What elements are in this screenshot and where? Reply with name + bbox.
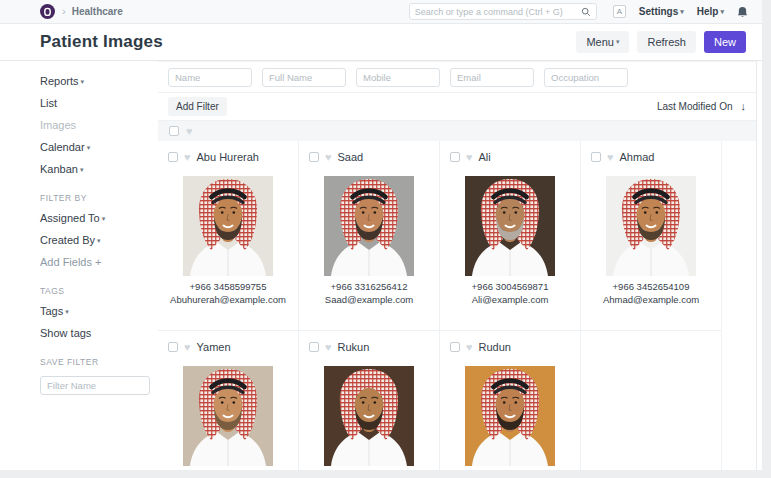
sidebar-view-reports[interactable]: Reports▾	[40, 75, 152, 87]
chevron-down-icon: ▾	[65, 308, 69, 315]
patient-phone: +966 3004569871	[450, 281, 570, 294]
patient-email: Abuhurerah@example.com	[168, 294, 288, 307]
patient-checkbox[interactable]	[309, 152, 319, 162]
sort-field-label[interactable]: Last Modified On	[657, 101, 733, 112]
filter-input-occupation[interactable]	[544, 68, 628, 87]
patient-photo	[606, 176, 696, 276]
add-filter-button[interactable]: Add Filter	[168, 97, 227, 116]
patient-card-header: ♥ Rukun	[309, 338, 429, 356]
sidebar-views: Reports▾ListImagesCalendar▾Kanban▾	[40, 75, 152, 175]
sidebar-show-tags[interactable]: Show tags	[40, 327, 152, 339]
like-heart-icon[interactable]: ♥	[184, 152, 191, 163]
patient-name[interactable]: Yamen	[197, 341, 231, 353]
like-heart-icon[interactable]: ♥	[325, 342, 332, 353]
like-filter-heart-icon[interactable]: ♥	[186, 126, 193, 137]
patient-photo	[465, 366, 555, 466]
patient-card-header: ♥ Abu Hurerah	[168, 148, 288, 166]
empty-grid-cell	[581, 331, 722, 470]
patient-photo	[183, 176, 273, 276]
help-menu[interactable]: Help▾	[697, 6, 724, 17]
patient-name[interactable]: Rudun	[479, 341, 511, 353]
page-title: Patient Images	[40, 32, 163, 52]
patient-phone: +966 3452654109	[591, 281, 711, 294]
patient-card[interactable]: ♥ Rukun	[299, 331, 440, 470]
chevron-down-icon: ▾	[80, 166, 84, 173]
chevron-down-icon: ▾	[102, 215, 106, 222]
filter-input-email[interactable]	[450, 68, 534, 87]
sort-direction-icon[interactable]: ↓	[741, 101, 747, 112]
patient-checkbox[interactable]	[450, 152, 460, 162]
patient-card-header: ♥ Yamen	[168, 338, 288, 356]
patient-name[interactable]: Ali	[479, 151, 491, 163]
patient-photo	[183, 366, 273, 466]
card-grid: ♥ Abu Hurerah +966 3458599755 Abuhurerah…	[158, 141, 756, 470]
patient-email: Ali@example.com	[450, 294, 570, 307]
header-actions: Menu▾ Refresh New	[576, 31, 746, 53]
search-icon	[581, 7, 591, 17]
sidebar-view-kanban[interactable]: Kanban▾	[40, 163, 152, 175]
filter-fields	[158, 62, 756, 93]
patient-checkbox[interactable]	[168, 342, 178, 352]
search-input[interactable]	[415, 7, 581, 17]
user-avatar[interactable]: A	[613, 5, 626, 18]
save-filter-label: SAVE FILTER	[40, 357, 152, 367]
patient-card-header: ♥ Rudun	[450, 338, 570, 356]
breadcrumb[interactable]: Healthcare	[72, 6, 123, 17]
patient-card[interactable]: ♥ Abu Hurerah +966 3458599755 Abuhurerah…	[158, 141, 299, 331]
filter-actions-row: Add Filter Last Modified On ↓	[158, 93, 756, 121]
filter-input-name[interactable]	[168, 68, 252, 87]
chevron-down-icon: ▾	[97, 237, 101, 244]
list-panel: Add Filter Last Modified On ↓ ♥ ♥ Abu Hu…	[158, 61, 757, 470]
select-all-checkbox[interactable]	[169, 126, 179, 136]
patient-name[interactable]: Ahmad	[620, 151, 655, 163]
sidebar-view-list[interactable]: List	[40, 97, 152, 109]
patient-checkbox[interactable]	[450, 342, 460, 352]
patient-phone: +966 3316256412	[309, 281, 429, 294]
patient-name[interactable]: Saad	[338, 151, 364, 163]
new-button[interactable]: New	[704, 31, 746, 53]
sidebar-view-calendar[interactable]: Calendar▾	[40, 141, 152, 153]
menu-button[interactable]: Menu▾	[576, 31, 629, 53]
tags-section-label: TAGS	[40, 286, 152, 296]
patient-photo	[324, 366, 414, 466]
like-heart-icon[interactable]: ♥	[607, 152, 614, 163]
plus-icon: +	[95, 256, 101, 268]
patient-card[interactable]: ♥ Ali +966 3004569871 Ali@example.com	[440, 141, 581, 331]
patient-checkbox[interactable]	[591, 152, 601, 162]
patient-card-header: ♥ Ali	[450, 148, 570, 166]
navbar: › Healthcare A Settings▾ Help▾	[0, 0, 762, 24]
patient-name[interactable]: Abu Hurerah	[197, 151, 259, 163]
patient-card[interactable]: ♥ Saad +966 3316256412 Saad@example.com	[299, 141, 440, 331]
patient-card[interactable]: ♥ Yamen	[158, 331, 299, 470]
patient-card[interactable]: ♥ Rudun	[440, 331, 581, 470]
like-heart-icon[interactable]: ♥	[466, 152, 473, 163]
sidebar-add-fields[interactable]: Add Fields+	[40, 256, 152, 268]
chevron-down-icon: ▾	[616, 38, 620, 46]
navbar-right: A Settings▾ Help▾	[613, 5, 748, 18]
filter-name-input[interactable]	[40, 376, 150, 395]
patient-name[interactable]: Rukun	[338, 341, 370, 353]
app-logo-icon[interactable]	[40, 4, 55, 19]
refresh-button[interactable]: Refresh	[637, 31, 696, 53]
sidebar-tags[interactable]: Tags▾	[40, 305, 152, 317]
patient-email: Saad@example.com	[309, 294, 429, 307]
filter-input-full-name[interactable]	[262, 68, 346, 87]
page-header: Patient Images Menu▾ Refresh New	[0, 24, 762, 61]
patient-card-header: ♥ Saad	[309, 148, 429, 166]
patient-checkbox[interactable]	[309, 342, 319, 352]
patient-checkbox[interactable]	[168, 152, 178, 162]
like-heart-icon[interactable]: ♥	[466, 342, 473, 353]
like-heart-icon[interactable]: ♥	[184, 342, 191, 353]
patient-email: Ahmad@example.com	[591, 294, 711, 307]
sidebar: Reports▾ListImagesCalendar▾Kanban▾ FILTE…	[40, 75, 152, 395]
like-heart-icon[interactable]: ♥	[325, 152, 332, 163]
filter-input-mobile[interactable]	[356, 68, 440, 87]
sidebar-created-by[interactable]: Created By▾	[40, 234, 152, 246]
select-all-row: ♥	[158, 121, 756, 141]
sidebar-view-images[interactable]: Images	[40, 119, 152, 131]
settings-menu[interactable]: Settings▾	[639, 6, 684, 17]
bell-icon[interactable]	[737, 6, 748, 18]
patient-card[interactable]: ♥ Ahmad +966 3452654109 Ahmad@example.co…	[581, 141, 722, 331]
filter-by-label: FILTER BY	[40, 193, 152, 203]
sidebar-assigned-to[interactable]: Assigned To▾	[40, 212, 152, 224]
